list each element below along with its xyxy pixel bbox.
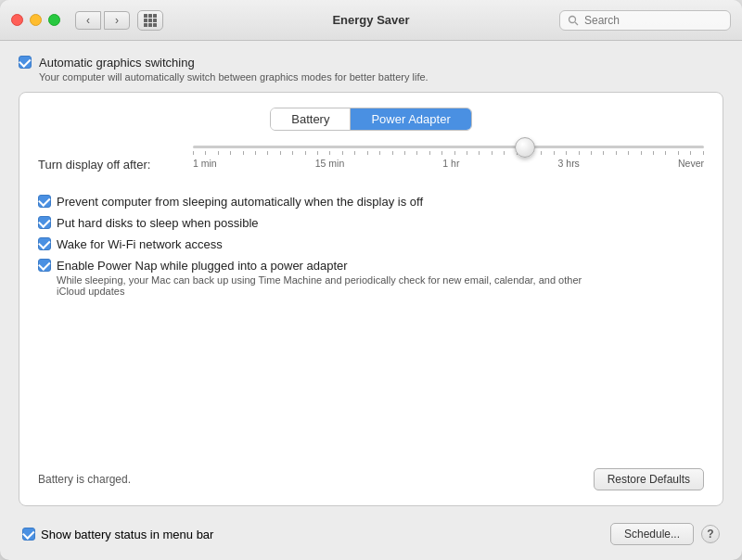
main-panel: Battery Power Adapter Turn display off a… (19, 92, 723, 506)
battery-status: Battery is charged. (38, 473, 131, 486)
option-4-subtext: While sleeping, your Mac can back up usi… (57, 274, 613, 297)
grid-button[interactable] (137, 10, 163, 31)
footer-row: Show battery status in menu bar Schedule… (19, 515, 723, 549)
grid-icon (144, 14, 157, 27)
main-window: ‹ › Energy Saver (0, 0, 742, 560)
tab-power-adapter[interactable]: Power Adapter (351, 108, 470, 130)
title-bar: ‹ › Energy Saver (0, 0, 742, 41)
option-3-text: Wake for Wi-Fi network access (57, 237, 223, 251)
close-button[interactable] (11, 14, 23, 26)
option-1-checkbox-wrapper[interactable] (38, 195, 51, 208)
auto-graphics-checkbox[interactable] (19, 56, 32, 69)
option-3-checkbox[interactable] (38, 237, 51, 250)
minimize-button[interactable] (30, 14, 42, 26)
option-item-2: Put hard disks to sleep when possible (38, 216, 704, 230)
option-4-checkbox[interactable] (38, 259, 51, 272)
tabs-row: Battery Power Adapter (38, 108, 704, 131)
tab-battery[interactable]: Battery (271, 108, 351, 130)
option-4-checkbox-wrapper[interactable] (38, 259, 51, 272)
help-button[interactable]: ? (701, 525, 720, 543)
option-3-text-group: Wake for Wi-Fi network access (57, 237, 223, 251)
schedule-button[interactable]: Schedule... (610, 523, 694, 545)
auto-graphics-row: Automatic graphics switching Your comput… (19, 56, 723, 83)
search-box[interactable] (559, 10, 731, 31)
slider-track (193, 146, 704, 148)
option-item-1: Prevent computer from sleeping automatic… (38, 195, 704, 209)
option-4-text-group: Enable Power Nap while plugged into a po… (57, 259, 613, 297)
option-3-checkbox-wrapper[interactable] (38, 237, 51, 250)
search-input[interactable] (584, 14, 723, 27)
auto-graphics-text: Automatic graphics switching Your comput… (39, 56, 723, 83)
option-2-text-group: Put hard disks to sleep when possible (57, 216, 259, 230)
slider-labels: 1 min 15 min 1 hr 3 hrs Never (193, 158, 704, 169)
option-2-checkbox-wrapper[interactable] (38, 216, 51, 229)
tick-container (193, 151, 704, 155)
option-item-4: Enable Power Nap while plugged into a po… (38, 259, 704, 297)
option-2-checkbox[interactable] (38, 216, 51, 229)
traffic-lights (11, 14, 60, 26)
option-1-text-group: Prevent computer from sleeping automatic… (57, 195, 423, 209)
search-icon (568, 15, 579, 26)
forward-button[interactable]: › (104, 11, 130, 30)
auto-graphics-desc: Your computer will automatically switch … (39, 71, 723, 83)
restore-defaults-button[interactable]: Restore Defaults (594, 468, 704, 490)
svg-line-1 (575, 22, 578, 25)
nav-buttons: ‹ › (75, 11, 130, 30)
maximize-button[interactable] (48, 14, 60, 26)
tab-group: Battery Power Adapter (270, 108, 471, 131)
slider-row: Turn display off after: (38, 146, 704, 184)
window-title: Energy Saver (332, 13, 409, 27)
slider-wrapper: 1 min 15 min 1 hr 3 hrs Never (193, 146, 704, 184)
slider-label: Turn display off after: (38, 158, 182, 172)
slider-thumb[interactable] (515, 137, 535, 158)
auto-graphics-title: Automatic graphics switching (39, 56, 723, 70)
slider-label-15min: 15 min (315, 158, 345, 169)
auto-graphics-checkbox-wrapper[interactable] (19, 56, 32, 69)
bottom-area: Battery is charged. Restore Defaults (38, 459, 704, 490)
option-item-3: Wake for Wi-Fi network access (38, 237, 704, 251)
option-1-text: Prevent computer from sleeping automatic… (57, 195, 423, 209)
forward-icon: › (115, 14, 119, 27)
show-battery-row: Show battery status in menu bar (22, 528, 213, 541)
svg-point-0 (569, 16, 576, 22)
option-1-checkbox[interactable] (38, 195, 51, 208)
show-battery-checkbox[interactable] (22, 528, 35, 541)
show-battery-label: Show battery status in menu bar (41, 528, 213, 541)
options-list: Prevent computer from sleeping automatic… (38, 195, 704, 297)
show-battery-checkbox-wrapper[interactable] (22, 528, 35, 541)
slider-label-1hr: 1 hr (442, 158, 459, 169)
content-area: Automatic graphics switching Your comput… (0, 41, 742, 560)
back-icon: ‹ (86, 14, 90, 27)
slider-label-1min: 1 min (193, 158, 217, 169)
slider-label-3hrs: 3 hrs (558, 158, 580, 169)
option-2-text: Put hard disks to sleep when possible (57, 216, 259, 230)
option-4-text: Enable Power Nap while plugged into a po… (57, 259, 613, 273)
footer-right: Schedule... ? (610, 523, 720, 545)
slider-label-never: Never (678, 158, 704, 169)
back-button[interactable]: ‹ (75, 11, 101, 30)
